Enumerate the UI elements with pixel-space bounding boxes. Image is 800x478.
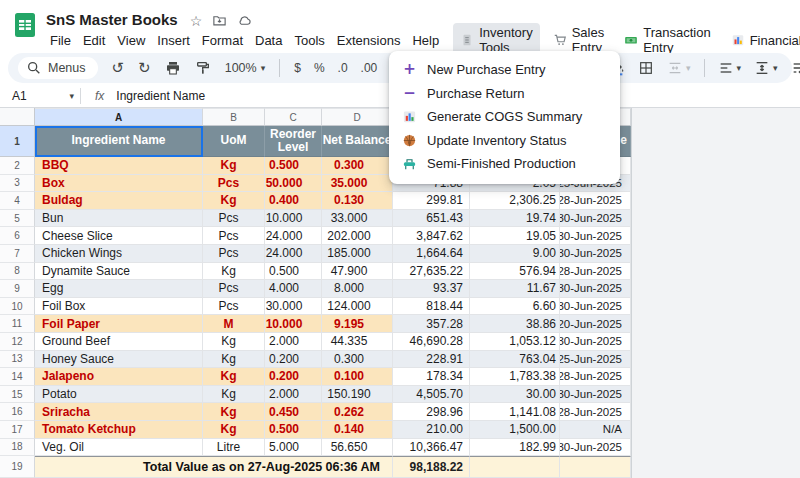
cell-F14[interactable]: 1,783.38 bbox=[470, 368, 560, 386]
cell-F6[interactable]: 19.05 bbox=[470, 227, 560, 245]
formula-input[interactable]: Ingredient Name bbox=[116, 89, 205, 103]
cell-E4[interactable]: 299.81 bbox=[393, 192, 470, 210]
cell-C4[interactable]: 0.400 bbox=[265, 192, 322, 210]
cell-G4[interactable]: 28-Jun-2025 bbox=[560, 192, 631, 210]
cell-A6[interactable]: Cheese Slice bbox=[35, 227, 203, 245]
cell-C3[interactable]: 50.000 bbox=[265, 175, 322, 193]
star-icon[interactable]: ☆ bbox=[190, 14, 203, 28]
row-number[interactable]: 13 bbox=[0, 351, 35, 369]
cell-B4[interactable]: Kg bbox=[203, 192, 265, 210]
menu-transaction-entry[interactable]: Transaction Entry bbox=[617, 23, 717, 57]
cell-F15[interactable]: 30.00 bbox=[470, 386, 560, 404]
row-number[interactable]: 9 bbox=[0, 280, 35, 298]
cell-E14[interactable]: 178.34 bbox=[393, 368, 470, 386]
paint-format-icon[interactable] bbox=[195, 60, 211, 76]
cell-F16[interactable]: 1,141.08 bbox=[470, 403, 560, 421]
cloud-status-icon[interactable] bbox=[237, 13, 252, 28]
column-header-a[interactable]: A bbox=[35, 108, 203, 126]
menu-insert[interactable]: Insert bbox=[151, 31, 196, 50]
row-number[interactable]: 11 bbox=[0, 315, 35, 333]
menu-item-new-purchase-entry[interactable]: + New Purchase Entry bbox=[389, 58, 620, 82]
menus-search-pill[interactable]: Menus bbox=[18, 57, 98, 79]
format--[interactable]: % bbox=[314, 61, 325, 75]
cell-D16[interactable]: 0.262 bbox=[322, 403, 393, 421]
cell-D12[interactable]: 44.335 bbox=[322, 333, 393, 351]
row-number[interactable]: 12 bbox=[0, 333, 35, 351]
menu-help[interactable]: Help bbox=[406, 31, 445, 50]
cell-A9[interactable]: Egg bbox=[35, 280, 203, 298]
cell-B7[interactable]: Pcs bbox=[203, 245, 265, 263]
row-number[interactable]: 14 bbox=[0, 368, 35, 386]
row-number[interactable]: 17 bbox=[0, 421, 35, 439]
row-number[interactable]: 15 bbox=[0, 386, 35, 404]
cell-C2[interactable]: 0.500 bbox=[265, 157, 322, 175]
format--[interactable]: $ bbox=[294, 61, 301, 75]
horizontal-align-button[interactable]: ▾ bbox=[718, 60, 742, 76]
cell-B2[interactable]: Kg bbox=[203, 157, 265, 175]
print-icon[interactable] bbox=[165, 60, 181, 76]
cell-B10[interactable]: Pcs bbox=[203, 298, 265, 316]
cell-F8[interactable]: 576.94 bbox=[470, 263, 560, 281]
cell-A7[interactable]: Chicken Wings bbox=[35, 245, 203, 263]
name-box[interactable]: A1 ▾ bbox=[0, 89, 80, 103]
cell-A3[interactable]: Box bbox=[35, 175, 203, 193]
row-number[interactable]: 10 bbox=[0, 298, 35, 316]
menu-extensions[interactable]: Extensions bbox=[331, 31, 407, 50]
cell-g19[interactable] bbox=[560, 456, 631, 478]
row-number[interactable]: 1 bbox=[0, 126, 35, 157]
menu-data[interactable]: Data bbox=[249, 31, 288, 50]
cell-E9[interactable]: 93.37 bbox=[393, 280, 470, 298]
cell-B15[interactable]: Kg bbox=[203, 386, 265, 404]
menu-financials[interactable]: Financials bbox=[724, 31, 800, 50]
menu-item-purchase-return[interactable]: − Purchase Return bbox=[389, 82, 620, 106]
sheets-logo-icon[interactable] bbox=[14, 12, 36, 38]
column-header-c[interactable]: C bbox=[265, 108, 322, 126]
column-header-d[interactable]: D bbox=[322, 108, 393, 126]
menu-tools[interactable]: Tools bbox=[288, 31, 330, 50]
cell-D11[interactable]: 9.195 bbox=[322, 315, 393, 333]
redo-icon[interactable]: ↻ bbox=[138, 61, 151, 76]
cell-C7[interactable]: 24.000 bbox=[265, 245, 322, 263]
cell-D6[interactable]: 202.000 bbox=[322, 227, 393, 245]
row-number[interactable]: 19 bbox=[0, 456, 35, 478]
column-header-b[interactable]: B bbox=[203, 108, 265, 126]
borders-button[interactable] bbox=[638, 60, 654, 76]
header-ingredient-name[interactable]: Ingredient Name bbox=[35, 126, 203, 157]
menu-format[interactable]: Format bbox=[196, 31, 249, 50]
header-uom[interactable]: UoM bbox=[203, 126, 265, 157]
cell-G15[interactable]: 30-Jun-2025 bbox=[560, 386, 631, 404]
cell-B6[interactable]: Pcs bbox=[203, 227, 265, 245]
cell-G9[interactable]: 30-Jun-2025 bbox=[560, 280, 631, 298]
cell-D10[interactable]: 124.000 bbox=[322, 298, 393, 316]
cell-E5[interactable]: 651.43 bbox=[393, 210, 470, 228]
cell-A15[interactable]: Potato bbox=[35, 386, 203, 404]
cell-A18[interactable]: Veg. Oil bbox=[35, 439, 203, 457]
cell-G18[interactable]: 30-Jun-2025 bbox=[560, 439, 631, 457]
cell-C11[interactable]: 10.000 bbox=[265, 315, 322, 333]
cell-B9[interactable]: Pcs bbox=[203, 280, 265, 298]
cell-F18[interactable]: 182.99 bbox=[470, 439, 560, 457]
cell-B16[interactable]: Kg bbox=[203, 403, 265, 421]
cell-G8[interactable]: 28-Jun-2025 bbox=[560, 263, 631, 281]
total-label-cell[interactable]: Total Value as on 27-Aug-2025 06:36 AM bbox=[35, 456, 393, 478]
menu-view[interactable]: View bbox=[111, 31, 151, 50]
cell-D2[interactable]: 0.300 bbox=[322, 157, 393, 175]
row-number[interactable]: 6 bbox=[0, 227, 35, 245]
cell-F17[interactable]: 1,500.00 bbox=[470, 421, 560, 439]
cell-D8[interactable]: 47.900 bbox=[322, 263, 393, 281]
cell-E8[interactable]: 27,635.22 bbox=[393, 263, 470, 281]
cell-B18[interactable]: Litre bbox=[203, 439, 265, 457]
cell-A10[interactable]: Foil Box bbox=[35, 298, 203, 316]
cell-f19[interactable] bbox=[470, 456, 560, 478]
cell-D15[interactable]: 150.190 bbox=[322, 386, 393, 404]
cell-A14[interactable]: Jalapeno bbox=[35, 368, 203, 386]
cell-D14[interactable]: 0.100 bbox=[322, 368, 393, 386]
cell-B3[interactable]: Pcs bbox=[203, 175, 265, 193]
cell-D5[interactable]: 33.000 bbox=[322, 210, 393, 228]
cell-A5[interactable]: Bun bbox=[35, 210, 203, 228]
menu-item-update-inventory-status[interactable]: Update Inventory Status bbox=[389, 129, 620, 153]
cell-F7[interactable]: 9.00 bbox=[470, 245, 560, 263]
menu-file[interactable]: File bbox=[44, 31, 77, 50]
row-number[interactable]: 4 bbox=[0, 192, 35, 210]
cell-E13[interactable]: 228.91 bbox=[393, 351, 470, 369]
